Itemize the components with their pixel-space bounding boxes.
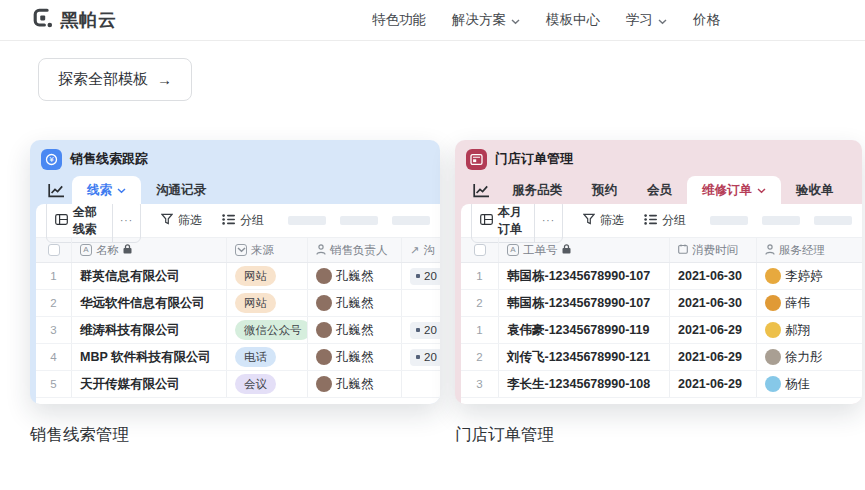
avatar — [316, 376, 332, 392]
person-cell: 郝翔 — [757, 317, 862, 343]
table-row[interactable]: 1群英信息有限公司网站孔巍然20 — [36, 263, 440, 290]
checkbox[interactable] — [474, 244, 486, 256]
table-row[interactable]: 1韩国栋-12345678990-1072021-06-30李婷婷 — [461, 263, 862, 290]
table-row[interactable]: 1袁伟豪-12345678990-1192021-06-29郝翔 — [461, 317, 862, 344]
linked-record-cell: 20 — [402, 344, 440, 370]
tab-4[interactable]: 验收单 — [781, 176, 849, 204]
tab-0-active[interactable]: 线索 — [72, 176, 141, 204]
chevron-down-icon — [511, 13, 520, 28]
template-card-store-orders[interactable]: 门店订单管理 服务品类预约会员维修订单验收单 — [455, 140, 862, 404]
avatar — [765, 322, 781, 338]
table-row[interactable]: 2华远软件信息有限公司网站孔巍然 — [36, 290, 440, 317]
table-view-icon — [480, 214, 493, 228]
arrow-right-icon: → — [157, 71, 172, 88]
column-header[interactable]: A名称 — [72, 238, 227, 262]
column-header[interactable]: A工单号 — [499, 238, 670, 262]
group-button[interactable]: 分组 — [222, 212, 264, 229]
select-all-cell[interactable] — [36, 238, 72, 262]
more-options-icon[interactable]: ··· — [112, 204, 140, 242]
avatar — [765, 268, 781, 284]
view-name: 本月订单 — [498, 204, 526, 238]
tab-1[interactable]: 预约 — [577, 176, 632, 204]
tab-1[interactable]: 沟通记录 — [141, 176, 221, 204]
chevron-down-icon — [757, 183, 766, 197]
filter-button[interactable]: 筛选 — [583, 212, 624, 229]
table-row[interactable]: 4MBP 软件科技有限公司电话孔巍然20 — [36, 344, 440, 371]
tag-cell: 网站 — [227, 263, 308, 289]
table-body: 1韩国栋-12345678990-1072021-06-30李婷婷2韩国栋-12… — [461, 263, 862, 398]
column-header[interactable]: 消费时间 — [670, 238, 757, 262]
chart-icon[interactable] — [465, 176, 497, 204]
select-all-cell[interactable] — [461, 238, 499, 262]
tab-3-active[interactable]: 维修订单 — [687, 176, 781, 204]
column-header[interactable]: ↗沟 — [402, 238, 440, 262]
table-row[interactable]: 5天开传媒有限公司会议孔巍然 — [36, 371, 440, 398]
nav-item-4[interactable]: 价格 — [693, 11, 720, 29]
filter-button[interactable]: 筛选 — [161, 212, 202, 229]
option-tag: 网站 — [235, 266, 276, 286]
option-tag: 网站 — [235, 293, 276, 313]
chevron-down-icon — [117, 183, 126, 197]
linked-record-pill[interactable]: 20 — [410, 349, 440, 366]
text-cell: 刘传飞-12345678990-121 — [499, 344, 670, 370]
text-field-icon: A — [507, 244, 519, 256]
column-header[interactable]: 销售负责人 — [308, 238, 402, 262]
nav-item-1[interactable]: 解决方案 — [452, 11, 520, 29]
group-icon — [222, 214, 235, 228]
text-cell: 群英信息有限公司 — [72, 263, 227, 289]
tag-cell: 网站 — [227, 290, 308, 316]
view-switcher[interactable]: 全部线索 ··· — [46, 204, 141, 243]
table-row[interactable]: 2韩国栋-12345678990-1072021-06-30薛伟 — [461, 290, 862, 317]
person-cell: 徐力彤 — [757, 344, 862, 370]
explore-templates-button[interactable]: 探索全部模板 → — [38, 58, 192, 101]
column-header[interactable]: 来源 — [227, 238, 308, 262]
table-header: A名称来源销售负责人↗沟 — [36, 237, 440, 263]
nav-item-3[interactable]: 学习 — [626, 11, 667, 29]
landing-page: 黑帕云 特色功能解决方案模板中心学习价格 探索全部模板 → ¥ 销售线索跟踪 — [0, 0, 865, 490]
explore-templates-label: 探索全部模板 — [58, 70, 148, 89]
template-card-sales-leads[interactable]: ¥ 销售线索跟踪 线索沟通记录 — [30, 140, 440, 404]
toolbar-placeholders — [710, 216, 852, 225]
nav-item-2[interactable]: 模板中心 — [546, 11, 600, 29]
text-field-icon: A — [80, 244, 92, 256]
text-cell: 华远软件信息有限公司 — [72, 290, 227, 316]
table-sheet: 全部线索 ··· 筛选 — [36, 204, 440, 404]
view-switcher[interactable]: 本月订单 ··· — [471, 204, 563, 243]
text-cell: 2021-06-29 — [670, 317, 757, 343]
tab-0[interactable]: 服务品类 — [497, 176, 577, 204]
text-cell: 维涛科技有限公司 — [72, 317, 227, 343]
text-cell: 李长生-12345678990-108 — [499, 371, 670, 397]
checkbox[interactable] — [48, 244, 60, 256]
nav-menu: 特色功能解决方案模板中心学习价格 — [372, 11, 720, 29]
linked-record-pill[interactable]: 20 — [410, 268, 440, 285]
lock-icon — [562, 244, 571, 256]
more-options-icon[interactable]: ··· — [534, 204, 562, 242]
tab-2[interactable]: 会员 — [632, 176, 687, 204]
text-cell: MBP 软件科技有限公司 — [72, 344, 227, 370]
tab-bar: 服务品类预约会员维修订单验收单 — [455, 174, 862, 204]
table-body: 1群英信息有限公司网站孔巍然202华远软件信息有限公司网站孔巍然3维涛科技有限公… — [36, 263, 440, 398]
toolbar-placeholders — [288, 216, 430, 225]
top-nav: 黑帕云 特色功能解决方案模板中心学习价格 — [0, 0, 865, 41]
person-cell: 薛伟 — [757, 290, 862, 316]
nav-item-0[interactable]: 特色功能 — [372, 11, 426, 29]
person-icon — [316, 244, 326, 257]
select-field-icon — [235, 244, 247, 256]
app-header: 门店订单管理 — [455, 140, 862, 174]
logo[interactable]: 黑帕云 — [32, 7, 117, 33]
group-button[interactable]: 分组 — [644, 212, 686, 229]
table-row[interactable]: 3李长生-12345678990-1082021-06-29杨佳 — [461, 371, 862, 398]
tag-cell: 微信公众号 — [227, 317, 308, 343]
chart-icon[interactable] — [40, 176, 72, 204]
app-header: ¥ 销售线索跟踪 — [30, 140, 440, 174]
linked-record-pill[interactable]: 20 — [410, 322, 440, 339]
option-tag: 会议 — [235, 374, 276, 394]
table-row[interactable]: 2刘传飞-12345678990-1212021-06-29徐力彤 — [461, 344, 862, 371]
text-cell: 袁伟豪-12345678990-119 — [499, 317, 670, 343]
calendar-icon — [678, 244, 688, 256]
card-caption-store: 门店订单管理 — [455, 424, 554, 446]
table-row[interactable]: 3维涛科技有限公司微信公众号孔巍然20 — [36, 317, 440, 344]
column-header[interactable]: 服务经理 — [757, 238, 862, 262]
avatar — [765, 376, 781, 392]
text-cell: 韩国栋-12345678990-107 — [499, 290, 670, 316]
